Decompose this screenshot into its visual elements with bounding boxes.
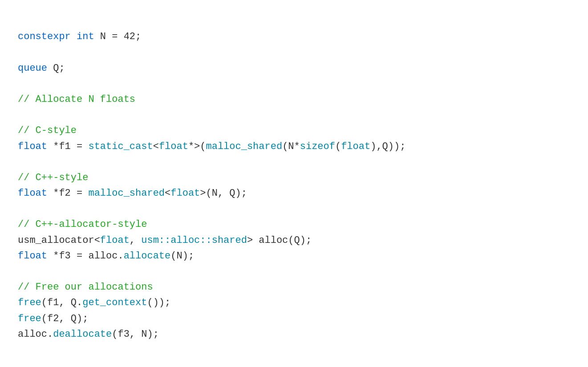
code-token: < [153, 141, 159, 152]
line-14: usm_allocator<float, usm::alloc::shared>… [18, 233, 570, 248]
code-token: *>( [188, 141, 206, 152]
code-token: int [77, 31, 94, 42]
code-token: malloc_shared [206, 141, 283, 152]
code-token: < [165, 188, 170, 199]
code-block: constexpr int N = 42; queue Q; // Alloca… [18, 13, 570, 342]
empty-line [18, 107, 570, 123]
code-token: (f1, Q. [41, 297, 82, 308]
code-token: float [18, 188, 47, 199]
line-19: free(f2, Q); [18, 311, 570, 327]
code-token: (N); [170, 250, 194, 262]
code-token: ),Q)); [370, 141, 406, 152]
code-token: *f1 = [47, 141, 88, 152]
code-token: sizeof [300, 141, 335, 152]
code-token: // Free our allocations [18, 282, 153, 293]
code-token: float [159, 141, 188, 152]
code-token: , [130, 235, 141, 246]
empty-line [18, 264, 570, 279]
line-5: // Allocate N floats [18, 92, 570, 107]
code-token: static_cast [88, 141, 153, 152]
line-13: // C++-allocator-style [18, 217, 570, 232]
line-11: float *f2 = malloc_shared<float>(N, Q); [18, 186, 570, 201]
code-token: free [18, 297, 41, 308]
code-token: usm::alloc::shared [141, 235, 247, 246]
code-token: ()); [147, 297, 170, 308]
code-token: float [18, 250, 47, 262]
line-10: // C++-style [18, 170, 570, 186]
code-token: *f2 = [47, 188, 88, 199]
code-token: >(N, Q); [200, 188, 247, 199]
line-1: constexpr int N = 42; [18, 29, 570, 44]
code-token: < [94, 235, 100, 246]
code-token: (f3, N); [112, 329, 159, 340]
code-token: alloc. [18, 329, 53, 340]
code-token: > alloc(Q); [247, 235, 312, 246]
code-token: // Allocate N floats [18, 94, 135, 105]
code-token: usm_allocator [18, 235, 94, 246]
code-token: float [100, 235, 130, 246]
code-token: *f3 = alloc. [47, 250, 124, 262]
code-token: free [18, 313, 41, 324]
code-token: // C++-allocator-style [18, 219, 147, 230]
code-token: // C-style [18, 125, 77, 136]
line-3: queue Q; [18, 60, 570, 76]
code-token: queue [18, 63, 47, 74]
code-token: (f2, Q); [41, 313, 89, 324]
code-token: // C++-style [18, 172, 88, 183]
empty-line [18, 76, 570, 92]
code-token: deallocate [53, 329, 112, 340]
code-token: float [341, 141, 370, 152]
code-token: float [170, 188, 200, 199]
code-token: get_context [82, 297, 147, 308]
empty-line [18, 154, 570, 170]
code-token: malloc_shared [88, 188, 165, 199]
code-token: allocate [124, 250, 171, 262]
code-token: N = 42; [94, 31, 142, 42]
empty-line [18, 201, 570, 217]
code-token: (N* [282, 141, 300, 152]
code-token: float [18, 141, 47, 152]
code-token: ( [335, 141, 341, 152]
code-token: constexpr [18, 31, 77, 42]
line-8: float *f1 = static_cast<float*>(malloc_s… [18, 139, 570, 154]
line-18: free(f1, Q.get_context()); [18, 295, 570, 311]
empty-line [18, 44, 570, 60]
code-token: Q; [47, 63, 65, 74]
line-7: // C-style [18, 123, 570, 138]
line-20: alloc.deallocate(f3, N); [18, 327, 570, 342]
line-17: // Free our allocations [18, 279, 570, 295]
line-15: float *f3 = alloc.allocate(N); [18, 248, 570, 264]
